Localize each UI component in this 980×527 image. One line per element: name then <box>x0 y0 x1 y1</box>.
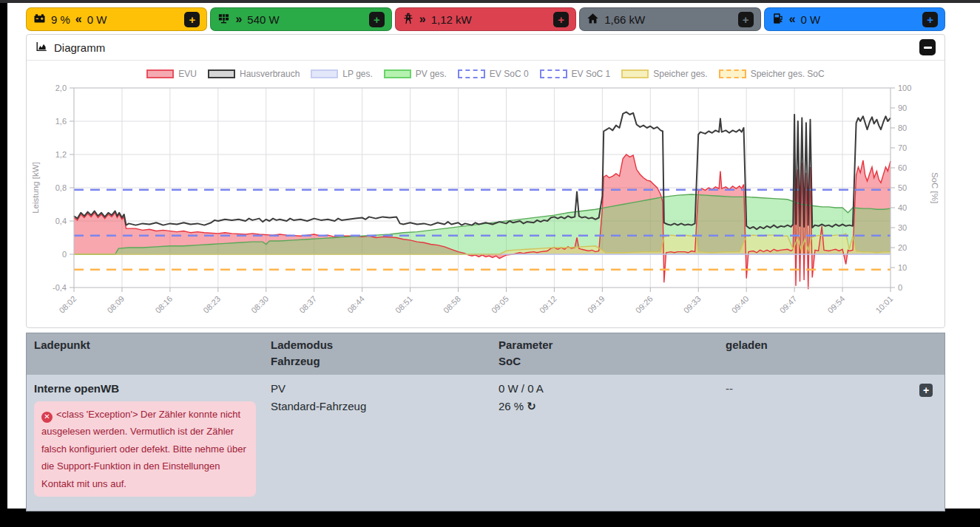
svg-text:1,6: 1,6 <box>55 117 67 126</box>
diagram-card-header: Diagramm <box>27 35 944 61</box>
svg-text:100: 100 <box>898 84 911 92</box>
expand-chargepoint-button[interactable]: + <box>919 384 933 397</box>
tile-power-value: 0 W <box>87 13 107 26</box>
pylon-icon <box>402 13 414 27</box>
tile-power-value: 1,66 kW <box>604 13 645 26</box>
chevron-right-icon: » <box>419 13 426 25</box>
svg-text:0: 0 <box>62 250 67 259</box>
error-icon: ✕ <box>41 412 53 423</box>
wallbox-icon <box>771 13 784 27</box>
y-axis-label-right: SoC [%] <box>930 172 939 203</box>
tile-grid[interactable]: »1,12 kW+ <box>395 7 576 31</box>
tile-expand-button[interactable]: + <box>553 12 569 27</box>
svg-text:08:23: 08:23 <box>201 294 222 315</box>
chevron-right-icon: » <box>235 13 242 25</box>
legend-label: Hausverbrauch <box>240 69 300 79</box>
legend-item-1[interactable]: Hausverbrauch <box>208 69 300 79</box>
svg-text:2,0: 2,0 <box>55 84 67 92</box>
svg-text:09:54: 09:54 <box>826 294 847 315</box>
legend-label: EVU <box>178 69 197 79</box>
tile-pv[interactable]: »540 W+ <box>210 7 391 31</box>
legend-swatch <box>458 69 485 78</box>
legend-swatch <box>540 69 567 78</box>
legend-swatch <box>719 69 746 78</box>
legend-label: EV SoC 0 <box>490 69 529 79</box>
svg-text:08:51: 08:51 <box>393 294 414 315</box>
chart-legend: EVUHausverbrauchLP ges.PV ges.EV SoC 0EV… <box>27 66 944 82</box>
parameter-value: 0 W / 0 A <box>499 380 718 398</box>
soc-value: 26 % <box>499 400 524 412</box>
main-panel: 9 %«0 W+»540 W+»1,12 kW+1,66 kW+«0 W+ Di… <box>7 3 980 509</box>
svg-text:09:40: 09:40 <box>730 294 751 315</box>
svg-text:20: 20 <box>898 243 907 252</box>
tile-expand-button[interactable]: + <box>369 12 385 27</box>
svg-text:08:37: 08:37 <box>297 294 318 315</box>
svg-text:40: 40 <box>898 203 907 212</box>
legend-swatch <box>311 69 338 78</box>
svg-text:09:05: 09:05 <box>490 294 510 315</box>
tile-power-value: 0 W <box>801 13 821 26</box>
collapse-diagram-button[interactable] <box>919 39 936 55</box>
charged-value: -- <box>718 380 915 504</box>
svg-text:09:33: 09:33 <box>682 294 703 315</box>
tile-soc-value: 9 % <box>51 13 70 26</box>
header-ladepunkt: Ladepunkt <box>27 337 263 370</box>
legend-swatch <box>146 69 174 78</box>
status-tile-row: 9 %«0 W+»540 W+»1,12 kW+1,66 kW+«0 W+ <box>26 7 945 31</box>
legend-item-2[interactable]: LP ges. <box>311 69 372 79</box>
chargepoint-name: Interne openWB <box>34 380 263 398</box>
legend-item-7[interactable]: Speicher ges. SoC <box>719 69 825 79</box>
tile-power-value: 1,12 kW <box>431 13 472 26</box>
svg-text:08:02: 08:02 <box>57 294 78 315</box>
legend-item-6[interactable]: Speicher ges. <box>621 69 707 79</box>
svg-text:50: 50 <box>898 183 907 192</box>
legend-label: Speicher ges. <box>653 69 707 79</box>
soc-refresh-icon[interactable]: ↻ <box>527 400 536 413</box>
chargepoint-error-alert: ✕<class 'Exception'> Der Zähler konnte n… <box>34 401 256 497</box>
chargepoint-cell: Interne openWB ✕<class 'Exception'> Der … <box>27 380 263 504</box>
vehicle-name: Standard-Fahrzeug <box>271 398 491 415</box>
mode-vehicle-cell: PV Standard-Fahrzeug <box>263 380 491 504</box>
svg-text:10: 10 <box>898 263 907 272</box>
chevron-left-icon: « <box>75 13 82 25</box>
chevron-left-icon: « <box>789 13 796 25</box>
chargepoint-table: Ladepunkt LademodusFahrzeug ParameterSoC… <box>26 333 945 511</box>
svg-text:1,2: 1,2 <box>55 150 67 159</box>
svg-text:80: 80 <box>898 123 907 132</box>
legend-item-3[interactable]: PV ges. <box>384 69 447 79</box>
svg-text:60: 60 <box>898 163 907 172</box>
charge-mode: PV <box>271 380 491 398</box>
chargepoint-table-header: Ladepunkt LademodusFahrzeug ParameterSoC… <box>27 333 944 375</box>
legend-swatch <box>208 69 235 78</box>
tile-expand-button[interactable]: + <box>922 12 938 27</box>
legend-item-5[interactable]: EV SoC 1 <box>540 69 611 79</box>
legend-label: LP ges. <box>342 69 372 79</box>
svg-text:08:09: 08:09 <box>105 294 126 315</box>
error-text: <class 'Exception'> Der Zähler konnte ni… <box>41 409 246 489</box>
tile-expand-button[interactable]: + <box>738 12 754 27</box>
legend-item-4[interactable]: EV SoC 0 <box>458 69 529 79</box>
svg-text:09:26: 09:26 <box>634 294 655 315</box>
svg-text:08:30: 08:30 <box>249 294 270 315</box>
header-lademodus-fahrzeug: LademodusFahrzeug <box>263 337 491 370</box>
parameter-soc-cell: 0 W / 0 A 26 %↻ <box>491 380 718 504</box>
svg-text:0,8: 0,8 <box>55 183 67 192</box>
svg-text:0: 0 <box>898 283 902 292</box>
header-parameter-soc: ParameterSoC <box>491 337 718 370</box>
svg-text:30: 30 <box>898 223 907 232</box>
tile-expand-button[interactable]: + <box>184 12 200 27</box>
tile-house[interactable]: 1,66 kW+ <box>579 7 760 31</box>
tile-battery[interactable]: 9 %«0 W+ <box>26 7 207 31</box>
legend-swatch <box>621 69 649 78</box>
tile-chargepoint[interactable]: «0 W+ <box>764 7 945 31</box>
svg-text:09:47: 09:47 <box>778 294 799 315</box>
legend-label: Speicher ges. SoC <box>751 69 825 79</box>
legend-item-0[interactable]: EVU <box>146 69 197 79</box>
diagram-chart-canvas: 2,01,61,20,80,40-0,410090807060504030201… <box>27 82 944 326</box>
svg-text:90: 90 <box>898 103 907 112</box>
svg-text:10:01: 10:01 <box>873 294 894 315</box>
diagram-card: Diagramm EVUHausverbrauchLP ges.PV ges.E… <box>26 34 945 328</box>
legend-label: PV ges. <box>416 69 447 79</box>
svg-text:-0,4: -0,4 <box>53 283 67 292</box>
solar-panel-icon <box>217 13 230 27</box>
